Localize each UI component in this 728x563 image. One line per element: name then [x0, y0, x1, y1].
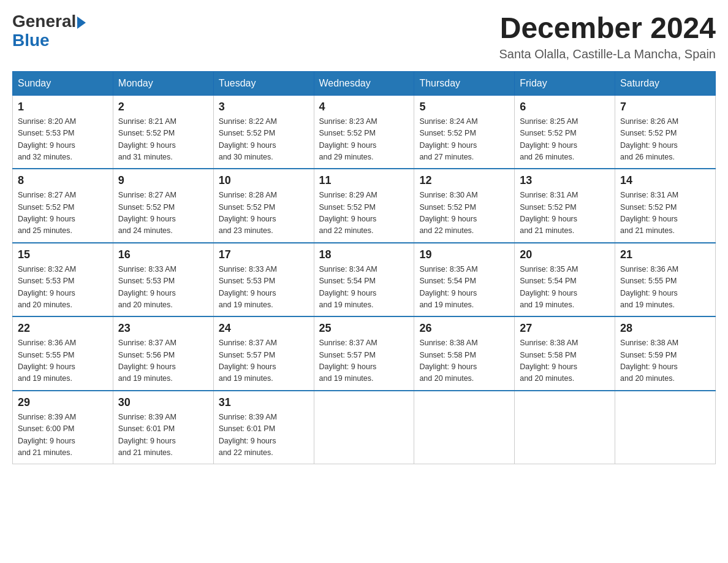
weekday-header-tuesday: Tuesday — [213, 71, 314, 95]
calendar-cell: 20Sunrise: 8:35 AMSunset: 5:54 PMDayligh… — [515, 243, 615, 317]
day-info: Sunrise: 8:29 AMSunset: 5:52 PMDaylight:… — [319, 190, 409, 237]
calendar-cell: 8Sunrise: 8:27 AMSunset: 5:52 PMDaylight… — [13, 169, 113, 243]
calendar-cell: 10Sunrise: 8:28 AMSunset: 5:52 PMDayligh… — [213, 169, 314, 243]
logo-blue-text: Blue — [12, 31, 86, 50]
weekday-header-sunday: Sunday — [13, 71, 113, 95]
calendar-cell: 27Sunrise: 8:38 AMSunset: 5:58 PMDayligh… — [515, 316, 615, 391]
day-info: Sunrise: 8:38 AMSunset: 5:58 PMDaylight:… — [419, 337, 509, 385]
day-info: Sunrise: 8:37 AMSunset: 5:56 PMDaylight:… — [118, 337, 208, 385]
logo-general-text: General — [12, 12, 76, 31]
day-info: Sunrise: 8:35 AMSunset: 5:54 PMDaylight:… — [520, 264, 610, 312]
day-info: Sunrise: 8:21 AMSunset: 5:52 PMDaylight:… — [118, 116, 208, 164]
day-number: 21 — [620, 248, 710, 261]
weekday-header-saturday: Saturday — [615, 71, 716, 95]
day-info: Sunrise: 8:39 AMSunset: 6:01 PMDaylight:… — [219, 412, 309, 459]
calendar-cell: 28Sunrise: 8:38 AMSunset: 5:59 PMDayligh… — [615, 316, 716, 391]
calendar-cell: 7Sunrise: 8:26 AMSunset: 5:52 PMDaylight… — [615, 95, 716, 169]
day-info: Sunrise: 8:38 AMSunset: 5:59 PMDaylight:… — [620, 337, 710, 385]
day-number: 19 — [419, 248, 509, 261]
day-number: 6 — [520, 101, 610, 113]
calendar-week-row: 22Sunrise: 8:36 AMSunset: 5:55 PMDayligh… — [13, 316, 716, 391]
day-info: Sunrise: 8:24 AMSunset: 5:52 PMDaylight:… — [419, 116, 509, 164]
calendar-cell — [414, 391, 515, 464]
day-info: Sunrise: 8:37 AMSunset: 5:57 PMDaylight:… — [319, 337, 409, 385]
calendar-cell: 6Sunrise: 8:25 AMSunset: 5:52 PMDaylight… — [515, 95, 615, 169]
day-info: Sunrise: 8:26 AMSunset: 5:52 PMDaylight:… — [620, 116, 710, 164]
day-info: Sunrise: 8:27 AMSunset: 5:52 PMDaylight:… — [18, 190, 108, 237]
weekday-header-wednesday: Wednesday — [314, 71, 414, 95]
calendar-cell: 18Sunrise: 8:34 AMSunset: 5:54 PMDayligh… — [314, 243, 414, 317]
calendar-cell: 9Sunrise: 8:27 AMSunset: 5:52 PMDaylight… — [113, 169, 213, 243]
calendar-cell: 25Sunrise: 8:37 AMSunset: 5:57 PMDayligh… — [314, 316, 414, 391]
day-info: Sunrise: 8:28 AMSunset: 5:52 PMDaylight:… — [219, 190, 309, 237]
day-number: 14 — [620, 174, 710, 187]
day-info: Sunrise: 8:25 AMSunset: 5:52 PMDaylight:… — [520, 116, 610, 164]
day-number: 24 — [219, 322, 309, 335]
logo: General Blue — [12, 12, 86, 50]
day-info: Sunrise: 8:34 AMSunset: 5:54 PMDaylight:… — [319, 264, 409, 312]
calendar-cell: 4Sunrise: 8:23 AMSunset: 5:52 PMDaylight… — [314, 95, 414, 169]
day-number: 16 — [118, 248, 208, 261]
day-number: 12 — [419, 174, 509, 187]
calendar-cell: 16Sunrise: 8:33 AMSunset: 5:53 PMDayligh… — [113, 243, 213, 317]
day-info: Sunrise: 8:39 AMSunset: 6:00 PMDaylight:… — [18, 412, 108, 459]
day-number: 23 — [118, 322, 208, 335]
calendar-cell: 22Sunrise: 8:36 AMSunset: 5:55 PMDayligh… — [13, 316, 113, 391]
day-info: Sunrise: 8:23 AMSunset: 5:52 PMDaylight:… — [319, 116, 409, 164]
calendar-cell: 23Sunrise: 8:37 AMSunset: 5:56 PMDayligh… — [113, 316, 213, 391]
weekday-header-thursday: Thursday — [414, 71, 515, 95]
day-number: 10 — [219, 174, 309, 187]
day-info: Sunrise: 8:27 AMSunset: 5:52 PMDaylight:… — [118, 190, 208, 237]
day-number: 1 — [18, 101, 108, 113]
day-number: 20 — [520, 248, 610, 261]
calendar-cell: 19Sunrise: 8:35 AMSunset: 5:54 PMDayligh… — [414, 243, 515, 317]
calendar-cell: 24Sunrise: 8:37 AMSunset: 5:57 PMDayligh… — [213, 316, 314, 391]
day-info: Sunrise: 8:22 AMSunset: 5:52 PMDaylight:… — [219, 116, 309, 164]
calendar-cell: 21Sunrise: 8:36 AMSunset: 5:55 PMDayligh… — [615, 243, 716, 317]
day-number: 17 — [219, 248, 309, 261]
day-number: 5 — [419, 101, 509, 113]
day-info: Sunrise: 8:39 AMSunset: 6:01 PMDaylight:… — [118, 412, 208, 459]
calendar-cell — [314, 391, 414, 464]
day-info: Sunrise: 8:32 AMSunset: 5:53 PMDaylight:… — [18, 264, 108, 312]
day-number: 29 — [18, 396, 108, 409]
day-number: 3 — [219, 101, 309, 113]
day-number: 13 — [520, 174, 610, 187]
calendar-cell: 14Sunrise: 8:31 AMSunset: 5:52 PMDayligh… — [615, 169, 716, 243]
calendar-cell: 3Sunrise: 8:22 AMSunset: 5:52 PMDaylight… — [213, 95, 314, 169]
calendar-cell: 29Sunrise: 8:39 AMSunset: 6:00 PMDayligh… — [13, 391, 113, 464]
calendar-cell: 31Sunrise: 8:39 AMSunset: 6:01 PMDayligh… — [213, 391, 314, 464]
day-number: 2 — [118, 101, 208, 113]
calendar-week-row: 1Sunrise: 8:20 AMSunset: 5:53 PMDaylight… — [13, 95, 716, 169]
day-number: 31 — [219, 396, 309, 409]
day-info: Sunrise: 8:20 AMSunset: 5:53 PMDaylight:… — [18, 116, 108, 164]
day-info: Sunrise: 8:35 AMSunset: 5:54 PMDaylight:… — [419, 264, 509, 312]
day-info: Sunrise: 8:36 AMSunset: 5:55 PMDaylight:… — [620, 264, 710, 312]
day-number: 28 — [620, 322, 710, 335]
calendar-cell: 12Sunrise: 8:30 AMSunset: 5:52 PMDayligh… — [414, 169, 515, 243]
month-title: December 2024 — [499, 12, 716, 45]
calendar-cell: 30Sunrise: 8:39 AMSunset: 6:01 PMDayligh… — [113, 391, 213, 464]
calendar-week-row: 8Sunrise: 8:27 AMSunset: 5:52 PMDaylight… — [13, 169, 716, 243]
day-number: 15 — [18, 248, 108, 261]
calendar-cell: 15Sunrise: 8:32 AMSunset: 5:53 PMDayligh… — [13, 243, 113, 317]
day-info: Sunrise: 8:33 AMSunset: 5:53 PMDaylight:… — [219, 264, 309, 312]
day-number: 8 — [18, 174, 108, 187]
calendar-cell: 13Sunrise: 8:31 AMSunset: 5:52 PMDayligh… — [515, 169, 615, 243]
calendar-week-row: 15Sunrise: 8:32 AMSunset: 5:53 PMDayligh… — [13, 243, 716, 317]
page-header: General Blue December 2024 Santa Olalla,… — [12, 12, 716, 61]
day-info: Sunrise: 8:36 AMSunset: 5:55 PMDaylight:… — [18, 337, 108, 385]
day-number: 18 — [319, 248, 409, 261]
day-info: Sunrise: 8:31 AMSunset: 5:52 PMDaylight:… — [620, 190, 710, 237]
day-info: Sunrise: 8:37 AMSunset: 5:57 PMDaylight:… — [219, 337, 309, 385]
day-number: 11 — [319, 174, 409, 187]
weekday-header-friday: Friday — [515, 71, 615, 95]
calendar-cell: 26Sunrise: 8:38 AMSunset: 5:58 PMDayligh… — [414, 316, 515, 391]
logo-arrow-icon — [77, 17, 86, 29]
calendar-cell: 5Sunrise: 8:24 AMSunset: 5:52 PMDaylight… — [414, 95, 515, 169]
day-info: Sunrise: 8:30 AMSunset: 5:52 PMDaylight:… — [419, 190, 509, 237]
day-number: 27 — [520, 322, 610, 335]
title-section: December 2024 Santa Olalla, Castille-La … — [499, 12, 716, 61]
weekday-header-monday: Monday — [113, 71, 213, 95]
calendar-cell: 11Sunrise: 8:29 AMSunset: 5:52 PMDayligh… — [314, 169, 414, 243]
